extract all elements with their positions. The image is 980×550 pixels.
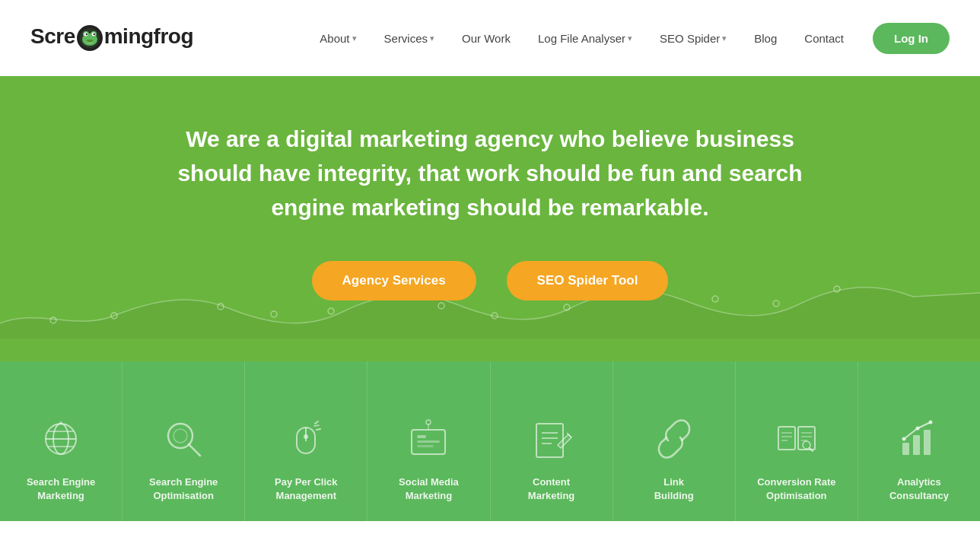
content-icon <box>529 416 574 462</box>
hero-tagline: We are a digital marketing agency who be… <box>148 122 832 224</box>
svg-line-36 <box>314 425 319 426</box>
search-icon <box>161 416 206 462</box>
service-link-building[interactable]: LinkBuilding <box>613 361 736 521</box>
svg-point-11 <box>111 313 117 319</box>
svg-rect-39 <box>417 440 440 443</box>
logo-text: Scre mingfrog <box>30 24 193 52</box>
nav-about[interactable]: About ▾ <box>309 26 367 51</box>
svg-point-21 <box>834 286 840 292</box>
seo-spider-tool-button[interactable]: SEO Spider Tool <box>507 261 669 300</box>
svg-rect-40 <box>417 445 434 447</box>
svg-point-20 <box>773 300 779 307</box>
services-row: Search EngineMarketing Search EngineOpti… <box>0 361 980 521</box>
nav-seo-spider[interactable]: SEO Spider ▾ <box>649 26 737 51</box>
social-icon <box>406 416 451 462</box>
svg-line-57 <box>810 448 813 451</box>
analytics-icon <box>896 416 942 462</box>
svg-point-19 <box>712 296 718 302</box>
service-search-engine-optimisation[interactable]: Search EngineOptimisation <box>123 361 245 521</box>
svg-rect-38 <box>417 435 426 438</box>
svg-point-12 <box>218 304 224 310</box>
svg-point-14 <box>328 308 334 314</box>
agency-services-button[interactable]: Agency Services <box>312 261 476 300</box>
nav-contact[interactable]: Contact <box>794 26 854 51</box>
logo-frog-icon <box>76 24 103 52</box>
svg-rect-48 <box>778 427 795 450</box>
chevron-down-icon: ▾ <box>722 33 727 43</box>
svg-point-33 <box>304 434 308 439</box>
nav-blog[interactable]: Blog <box>743 26 788 51</box>
svg-rect-58 <box>902 443 909 455</box>
svg-point-63 <box>928 420 932 424</box>
svg-point-7 <box>85 33 87 35</box>
svg-point-17 <box>492 313 498 319</box>
service-content-marketing[interactable]: ContentMarketing <box>491 361 613 521</box>
nav-log-file-analyser[interactable]: Log File Analyser ▾ <box>527 26 643 51</box>
service-label: AnalyticsConsultancy <box>889 475 949 503</box>
link-icon <box>651 416 697 462</box>
service-label: Social MediaMarketing <box>399 475 459 503</box>
svg-rect-59 <box>913 435 920 455</box>
chevron-down-icon: ▾ <box>430 33 434 43</box>
main-nav: About ▾ Services ▾ Our Work Log File Ana… <box>309 23 950 54</box>
chevron-down-icon: ▾ <box>628 33 632 43</box>
svg-point-8 <box>93 33 94 35</box>
svg-line-35 <box>317 429 320 430</box>
svg-point-62 <box>915 426 919 430</box>
svg-point-27 <box>59 421 62 424</box>
service-label: Search EngineOptimisation <box>149 475 218 503</box>
service-label: Search EngineMarketing <box>27 475 95 503</box>
svg-rect-52 <box>798 427 815 450</box>
service-label: LinkBuilding <box>654 475 694 503</box>
nav-our-work[interactable]: Our Work <box>451 26 521 51</box>
cro-icon <box>774 416 819 462</box>
svg-point-10 <box>50 317 56 323</box>
service-pay-per-click[interactable]: Pay Per ClickManagement <box>245 361 368 521</box>
svg-rect-43 <box>536 424 563 457</box>
logo[interactable]: Scre mingfrog <box>30 24 193 52</box>
svg-point-61 <box>902 437 905 440</box>
hero-section: We are a digital marketing agency who be… <box>0 76 980 361</box>
svg-line-29 <box>189 444 200 456</box>
svg-point-18 <box>564 304 570 310</box>
service-label: Pay Per ClickManagement <box>275 475 337 503</box>
svg-point-30 <box>173 429 187 443</box>
service-analytics[interactable]: AnalyticsConsultancy <box>858 361 980 521</box>
svg-line-34 <box>315 421 318 424</box>
mouse-icon <box>283 416 329 462</box>
chevron-down-icon: ▾ <box>352 33 357 43</box>
service-social-media[interactable]: Social MediaMarketing <box>368 361 490 521</box>
hero-cta-buttons: Agency Services SEO Spider Tool <box>312 261 669 300</box>
service-search-engine-marketing[interactable]: Search EngineMarketing <box>0 361 123 521</box>
nav-services[interactable]: Services ▾ <box>374 26 446 51</box>
svg-rect-60 <box>924 430 931 455</box>
login-button[interactable]: Log In <box>873 23 950 54</box>
globe-icon <box>38 416 84 462</box>
svg-point-16 <box>438 303 444 309</box>
service-label: ContentMarketing <box>528 475 574 503</box>
service-conversion-rate[interactable]: Conversion RateOptimisation <box>736 361 858 521</box>
header: Scre mingfrog About ▾ Services ▾ <box>0 0 980 76</box>
svg-point-13 <box>271 311 277 317</box>
service-label: Conversion RateOptimisation <box>757 475 835 503</box>
